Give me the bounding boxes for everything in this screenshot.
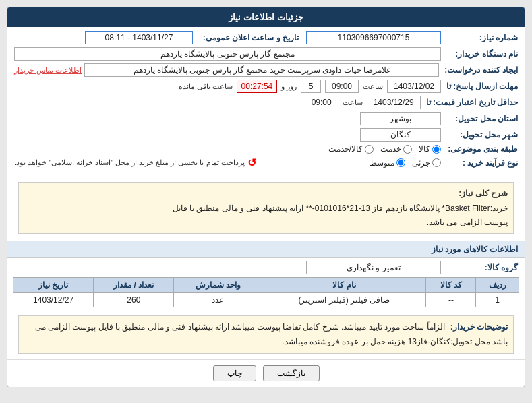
- ostan-value: بوشهر: [360, 112, 441, 125]
- ijad-label: ایجاد کننده درخواست:: [442, 65, 518, 75]
- hadaghol-saat: 09:00: [305, 96, 338, 109]
- shrj-text-line1: خرید:Basket Filter* پالایشگاه یازدهم فاز…: [24, 202, 508, 215]
- col-kod: کد کالا: [426, 278, 476, 293]
- nov-note: پرداخت تمام با بخشی از مبلغ خرید از محل …: [14, 158, 245, 167]
- mohlat-label: مهلت ارسال پاسخ: تا: [444, 82, 518, 91]
- kala-table: ردیف کد کالا نام کالا واحد شمارش تعداد /…: [13, 277, 519, 307]
- tabaghe-radio-group: کالا خدمت کالا/خدمت: [14, 144, 441, 154]
- tabaghe-label: طبقه بندی موضوعی:: [444, 144, 518, 154]
- print-button[interactable]: چاپ: [213, 365, 256, 381]
- ostan-label: استان محل تحویل:: [444, 114, 518, 123]
- name-dastgah-label: نام دستگاه خریدار:: [444, 49, 518, 59]
- col-name: نام کالا: [262, 278, 426, 293]
- shomare-niaz-label: شماره نیاز:: [444, 33, 518, 42]
- cell-kod: --: [426, 293, 476, 307]
- shrj-section: شرح کلی نیاز: خرید:Basket Filter* پالایش…: [7, 175, 525, 241]
- mohlat-mande-label: ساعت باقی مانده: [179, 82, 233, 91]
- mohlat-saat: 09:00: [325, 80, 359, 93]
- name-dastgah-value: مجتمع گاز پارس جنوبی پالایشگاه یازدهم: [14, 47, 441, 61]
- nov-option-jozi[interactable]: جزئی: [412, 158, 441, 168]
- mohlat-mande: 00:27:54: [237, 80, 277, 93]
- col-tarikh: تاریخ نیاز: [13, 278, 94, 293]
- group-value: تعمیر و نگهداری: [306, 261, 441, 274]
- nov-label: نوع فرآیند خرید :: [444, 158, 518, 168]
- shrj-label: شرح کلی نیاز:: [459, 189, 508, 198]
- group-label: گروه کالا:: [444, 263, 518, 272]
- cell-tedad: 260: [94, 293, 174, 307]
- tarikh-label: تاریخ و ساعت اعلان عمومی:: [196, 33, 303, 42]
- mohlat-saat-label: ساعت: [363, 82, 383, 91]
- table-row: 1--صافی فیلتر (فیلتر استرینر)عدد2601403/…: [13, 293, 519, 307]
- nov-radio-group: جزئی متوسط: [259, 158, 441, 168]
- notes-text: الزاماً ساخت مورد تایید میباشد. شرح کامل…: [35, 322, 508, 346]
- tabaghe-option-khedmat[interactable]: خدمت: [380, 144, 412, 154]
- shrj-text-line2: پیوست الزامی می باشد.: [24, 216, 508, 229]
- shomare-niaz-value: 1103096697000715: [306, 31, 441, 44]
- notes-label: توضیحات خریدار:: [447, 320, 508, 335]
- tabaghe-option-kala[interactable]: کالا: [419, 144, 441, 154]
- group-row: گروه کالا: تعمیر و نگهداری: [7, 258, 525, 277]
- col-vahed: واحد شمارش: [174, 278, 262, 293]
- mohlat-roz: 5: [301, 80, 321, 93]
- cell-name: صافی فیلتر (فیلتر استرینر): [262, 293, 426, 307]
- nov-option-motevaset[interactable]: متوسط: [370, 158, 405, 168]
- hadaghol-saat-label: ساعت: [343, 98, 363, 107]
- ijad-value: غلامرضا حیات داودی سرپرست خرید مجتمع گاز…: [84, 63, 439, 77]
- cell-radif: 1: [476, 293, 519, 307]
- col-tedad: تعداد / مقدار: [94, 278, 174, 293]
- page-title: جزئیات اطلاعات نیاز: [229, 12, 303, 22]
- notes-wrapper: توضیحات خریدار: الزاماً ساخت مورد تایید …: [7, 311, 525, 359]
- red-arrow-icon: ↺: [247, 156, 256, 169]
- mohlat-roz-label: روز و: [281, 82, 297, 91]
- mohlat-date: 1403/12/02: [387, 80, 441, 93]
- cell-tarikh: 1403/12/27: [13, 293, 94, 307]
- cell-vahed: عدد: [174, 293, 262, 307]
- tabaghe-option-kala-khedmat[interactable]: کالا/خدمت: [328, 144, 374, 154]
- back-button[interactable]: بازگشت: [263, 365, 320, 381]
- info-section-header: اطلاعات کالاهای مورد نیاز: [7, 241, 525, 258]
- tarikh-value: 1403/11/27 - 08:11: [85, 31, 193, 44]
- shahr-value: کنگان: [360, 128, 441, 142]
- ettelaat-btn[interactable]: اطلاعات تماس خریدار: [14, 66, 82, 75]
- hadaghol-label: حداقل تاریخ اعتبار قیمت: تا: [423, 98, 518, 107]
- page-header: جزئیات اطلاعات نیاز: [7, 7, 525, 27]
- kala-table-wrapper: ردیف کد کالا نام کالا واحد شمارش تعداد /…: [7, 277, 525, 307]
- shahr-label: شهر محل تحویل:: [444, 130, 518, 140]
- hadaghol-date: 1403/12/29: [367, 96, 421, 109]
- col-radif: ردیف: [476, 278, 519, 293]
- btn-row: بازگشت چاپ: [7, 359, 525, 387]
